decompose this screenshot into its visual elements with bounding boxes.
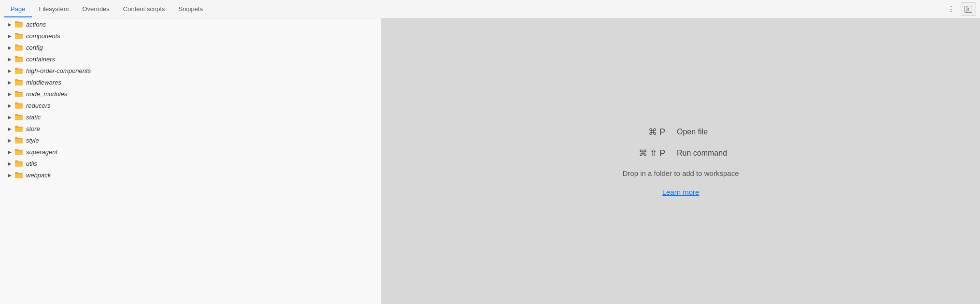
info-panel: ⌘ P Open file ⌘ ⇧ P Run command Drop in … [607, 127, 754, 196]
folder-icon [14, 78, 23, 86]
expand-arrow-icon: ▶ [6, 136, 14, 144]
folder-icon [14, 113, 23, 121]
folder-icon [14, 148, 23, 156]
folder-name: containers [26, 56, 55, 63]
folder-name: config [26, 44, 43, 51]
drop-folder-text: Drop in a folder to add to workspace [623, 169, 739, 177]
list-item[interactable]: ▶ containers [0, 53, 381, 65]
expand-arrow-icon: ▶ [6, 148, 14, 156]
folder-icon [14, 90, 23, 98]
expand-arrow-icon: ▶ [6, 113, 14, 121]
list-item[interactable]: ▶ utils [0, 158, 381, 169]
expand-arrow-icon: ▶ [6, 159, 14, 167]
folder-name: node_modules [26, 90, 67, 98]
tab-page[interactable]: Page [4, 1, 32, 17]
right-panel: ⌘ P Open file ⌘ ⇧ P Run command Drop in … [381, 18, 980, 304]
folder-name: reducers [26, 102, 51, 109]
expand-arrow-icon: ▶ [6, 32, 14, 40]
folder-icon [14, 32, 23, 40]
list-item[interactable]: ▶ node_modules [0, 88, 381, 100]
svg-rect-0 [965, 6, 972, 12]
list-item[interactable]: ▶ static [0, 111, 381, 123]
folder-name: middlewares [26, 79, 61, 86]
folder-icon [14, 67, 23, 74]
expand-arrow-icon: ▶ [6, 90, 14, 98]
tab-overrides[interactable]: Overrides [76, 1, 116, 17]
expand-arrow-icon: ▶ [6, 43, 14, 51]
folder-icon [14, 55, 23, 63]
expand-arrow-icon: ▶ [6, 78, 14, 86]
tab-filesystem[interactable]: Filesystem [32, 1, 75, 17]
folder-name: static [26, 114, 41, 121]
list-item[interactable]: ▶ middlewares [0, 76, 381, 88]
list-item[interactable]: ▶ style [0, 134, 381, 146]
list-item[interactable]: ▶ store [0, 123, 381, 134]
folder-name: superagent [26, 148, 57, 156]
run-command-shortcut-keys: ⌘ ⇧ P [607, 148, 665, 159]
tab-content-scripts[interactable]: Content scripts [116, 1, 172, 17]
expand-arrow-icon: ▶ [6, 171, 14, 179]
folder-name: components [26, 32, 60, 40]
folder-icon [14, 159, 23, 167]
folder-name: webpack [26, 172, 51, 179]
tab-menu-button[interactable]: ⋮ [944, 2, 958, 16]
folder-name: utils [26, 160, 37, 167]
expand-arrow-icon: ▶ [6, 20, 14, 28]
folder-icon [14, 101, 23, 109]
tab-snippets[interactable]: Snippets [172, 1, 210, 17]
expand-arrow-icon: ▶ [6, 55, 14, 63]
main-content: ▶ actions ▶ components ▶ [0, 18, 980, 304]
expand-arrow-icon: ▶ [6, 125, 14, 132]
list-item[interactable]: ▶ superagent [0, 146, 381, 158]
shortcut-open-file-row: ⌘ P Open file [607, 127, 754, 137]
folder-icon [14, 171, 23, 179]
list-item[interactable]: ▶ webpack [0, 169, 381, 181]
folder-name: high-order-components [26, 67, 91, 74]
run-command-label: Run command [677, 149, 754, 158]
open-file-label: Open file [677, 128, 754, 136]
expand-arrow-icon: ▶ [6, 101, 14, 109]
open-file-shortcut-keys: ⌘ P [607, 127, 665, 137]
learn-more-link[interactable]: Learn more [662, 188, 700, 196]
list-item[interactable]: ▶ actions [0, 18, 381, 30]
folder-icon [14, 43, 23, 51]
sidebar-toggle-button[interactable] [961, 2, 976, 16]
expand-arrow-icon: ▶ [6, 67, 14, 74]
folder-icon [14, 136, 23, 144]
tab-bar: Page Filesystem Overrides Content script… [0, 0, 980, 18]
list-item[interactable]: ▶ config [0, 42, 381, 53]
list-item[interactable]: ▶ high-order-components [0, 65, 381, 76]
folder-name: actions [26, 21, 46, 28]
folder-name: style [26, 137, 39, 144]
folder-icon [14, 20, 23, 28]
file-tree-panel: ▶ actions ▶ components ▶ [0, 18, 381, 304]
folder-name: store [26, 125, 40, 132]
shortcut-run-command-row: ⌘ ⇧ P Run command [607, 148, 754, 159]
list-item[interactable]: ▶ reducers [0, 100, 381, 111]
list-item[interactable]: ▶ components [0, 30, 381, 42]
folder-icon [14, 125, 23, 132]
